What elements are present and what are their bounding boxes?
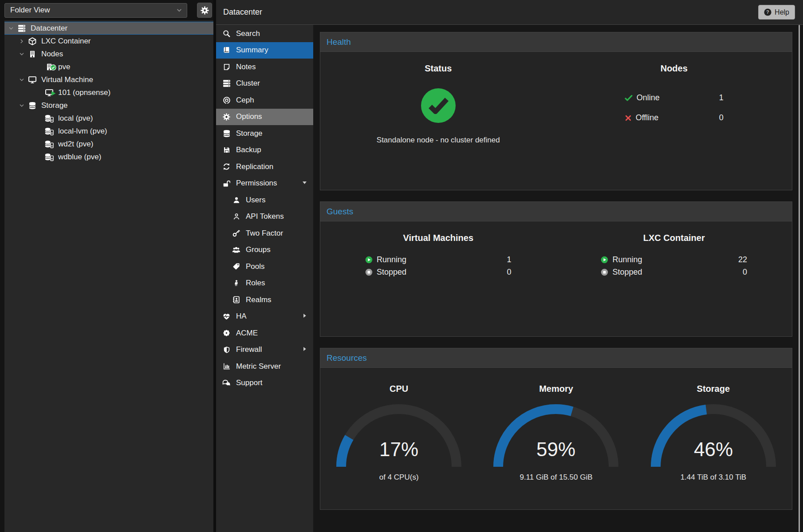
tree-item-local-lvm-pve[interactable]: local-lvm (pve) <box>4 125 213 138</box>
tree-item-wd2t-pve[interactable]: wd2t (pve) <box>4 138 213 150</box>
main-region: Datacenter ? Help SearchSummaryNotesClus… <box>216 0 803 532</box>
sync-icon <box>222 163 231 170</box>
chevron-right-icon[interactable] <box>17 38 27 44</box>
nav-item-ceph[interactable]: Ceph <box>216 92 313 109</box>
tree-settings-button[interactable] <box>197 3 212 18</box>
guests-column-heading: Virtual Machines <box>320 233 556 243</box>
nav-item-users[interactable]: Users <box>216 192 313 209</box>
tree-item-wdblue-pve[interactable]: wdblue (pve) <box>4 150 213 163</box>
caret-down-icon <box>302 179 307 188</box>
nav-item-two-factor[interactable]: Two Factor <box>216 225 313 242</box>
gauge-heading: Memory <box>477 384 634 394</box>
page-title: Datacenter <box>223 8 262 17</box>
tree-item-virtual-machine[interactable]: Virtual Machine <box>4 73 213 86</box>
key-icon <box>232 229 241 237</box>
guests-column-virtual-machines: Virtual MachinesRunning1Stopped0 <box>320 221 556 336</box>
nav-item-summary[interactable]: Summary <box>216 42 313 59</box>
tree-item-label: 101 (opnsense) <box>58 88 110 97</box>
database-drive-icon <box>43 127 55 135</box>
nav-item-api-tokens[interactable]: API Tokens <box>216 209 313 225</box>
building-icon <box>27 50 38 58</box>
nav-item-realms[interactable]: Realms <box>216 292 313 308</box>
gauge-cpu-arc: 17% <box>332 400 465 471</box>
play-icon <box>601 256 608 264</box>
nav-item-backup[interactable]: Backup <box>216 142 313 159</box>
tree-item-label: Virtual Machine <box>41 75 93 84</box>
health-panel-title: Health <box>327 37 351 47</box>
tree-item-label: Storage <box>41 101 68 110</box>
tree-item-label: local (pve) <box>58 114 93 123</box>
database-drive-icon <box>43 153 55 161</box>
bar-chart-icon <box>222 363 231 370</box>
status-row-label: Stopped <box>612 268 642 277</box>
tree-item-datacenter[interactable]: Datacenter <box>4 22 213 35</box>
nav-item-cluster[interactable]: Cluster <box>216 75 313 92</box>
tree-item-storage[interactable]: Storage <box>4 99 213 112</box>
chevron-down-icon <box>176 7 182 13</box>
book-icon <box>222 47 231 54</box>
status-row-value: 0 <box>719 113 724 122</box>
nav-item-options[interactable]: Options <box>216 109 313 126</box>
gauge-heading: CPU <box>320 384 477 394</box>
chevron-down-icon[interactable] <box>6 25 16 32</box>
tree-item-label: local-lvm (pve) <box>58 127 107 136</box>
tree-item-pve[interactable]: pve <box>4 60 213 73</box>
nav-item-pools[interactable]: Pools <box>216 258 313 275</box>
resources-panel-header: Resources <box>320 348 792 368</box>
status-row-online: Online1 <box>625 93 724 102</box>
nodes-status-column: Nodes Online1Offline0 <box>556 52 792 190</box>
guests-column-heading: LXC Container <box>556 233 792 243</box>
guests-panel: Guests Virtual MachinesRunning1Stopped0L… <box>320 201 792 337</box>
nav-item-metric-server[interactable]: Metric Server <box>216 358 313 375</box>
database-drive-icon <box>43 114 55 122</box>
tree-item-101-opnsense[interactable]: 101 (opnsense) <box>4 86 213 99</box>
gauge-heading: Storage <box>635 384 792 394</box>
nav-item-permissions[interactable]: Permissions <box>216 175 313 192</box>
status-row-value: 1 <box>719 93 724 102</box>
gauge-memory-arc: 59% <box>489 400 622 471</box>
chevron-down-icon[interactable] <box>17 51 27 57</box>
nav-item-replication[interactable]: Replication <box>216 158 313 175</box>
view-mode-select[interactable]: Folder View <box>4 3 187 18</box>
nav-item-firewall[interactable]: Firewall <box>216 342 313 359</box>
tree-item-lxc-container[interactable]: LXC Container <box>4 35 213 47</box>
svg-text:?: ? <box>766 9 769 15</box>
status-row-label: Stopped <box>377 268 406 277</box>
tree-item-local-pve[interactable]: local (pve) <box>4 112 213 125</box>
tree-item-label: Nodes <box>41 50 63 59</box>
nav-item-storage[interactable]: Storage <box>216 125 313 142</box>
chevron-down-icon[interactable] <box>17 77 27 83</box>
scrollbar-thumb[interactable] <box>799 25 800 532</box>
nav-item-label: Roles <box>246 279 265 288</box>
building-icon <box>43 63 55 71</box>
nav-item-roles[interactable]: Roles <box>216 275 313 292</box>
nav-item-label: Replication <box>236 162 273 171</box>
shield-icon <box>222 346 231 354</box>
nav-item-label: Firewall <box>236 345 262 354</box>
vertical-scrollbar[interactable] <box>797 25 803 532</box>
nav-item-ha[interactable]: HA <box>216 308 313 325</box>
caret-right-icon <box>302 312 307 321</box>
nav-item-groups[interactable]: Groups <box>216 242 313 259</box>
nav-item-label: Ceph <box>236 96 254 105</box>
user-outline-icon <box>232 213 241 220</box>
nav-item-support[interactable]: Support <box>216 375 313 392</box>
nav-item-acme[interactable]: ACME <box>216 325 313 342</box>
summary-content: Health Status Standalone node - no clust… <box>313 25 803 532</box>
caret-right-icon <box>302 345 307 354</box>
nav-item-label: Notes <box>236 63 256 71</box>
nav-item-search[interactable]: Search <box>216 25 313 42</box>
resources-panel-title: Resources <box>327 353 367 363</box>
cross-icon <box>625 114 632 122</box>
chevron-down-icon[interactable] <box>17 102 27 109</box>
nav-item-label: Cluster <box>236 79 260 88</box>
nav-item-notes[interactable]: Notes <box>216 59 313 75</box>
help-button[interactable]: ? Help <box>758 5 795 20</box>
status-row-value: 1 <box>507 255 511 264</box>
floppy-icon <box>222 146 231 154</box>
status-row-label: Offline <box>636 113 659 122</box>
tree-item-nodes[interactable]: Nodes <box>4 47 213 60</box>
status-row-label: Running <box>612 255 642 264</box>
tree-item-label: wd2t (pve) <box>58 140 93 149</box>
tree-item-label: pve <box>58 63 70 71</box>
